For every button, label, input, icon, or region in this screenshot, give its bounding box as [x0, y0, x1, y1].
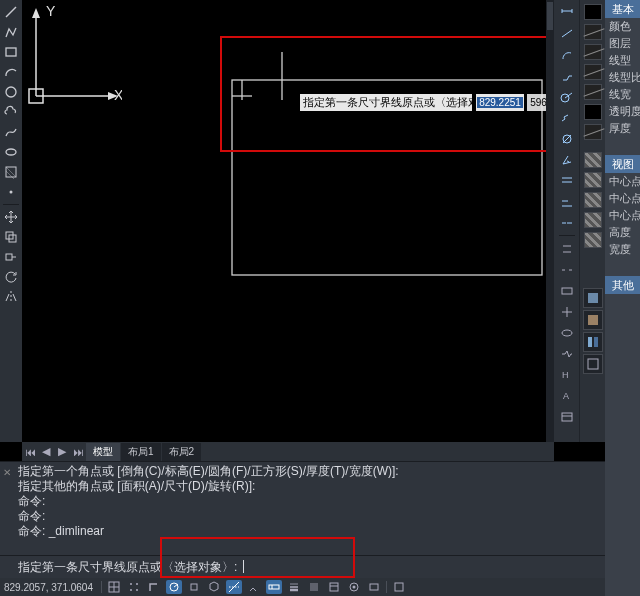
palette-a-icon[interactable] [583, 288, 603, 308]
tool-cloud[interactable] [2, 103, 20, 121]
status-snap-icon[interactable] [126, 580, 142, 594]
tool-dim-radius[interactable] [557, 87, 577, 106]
status-tpy-icon[interactable] [306, 580, 322, 594]
tool-dim-aligned[interactable] [557, 24, 577, 43]
status-otrack-icon[interactable] [226, 580, 242, 594]
view-w-swatch[interactable] [584, 232, 602, 248]
command-prompt: 指定第一条尺寸界线原点或〈选择对象〉: [18, 560, 237, 574]
svg-point-25 [130, 589, 132, 591]
status-lwt-icon[interactable] [286, 580, 302, 594]
tool-dim-ord[interactable] [557, 66, 577, 85]
thickness-swatch[interactable] [584, 124, 602, 140]
prop-layer[interactable]: 图层 [605, 35, 640, 52]
tool-hatch[interactable] [2, 163, 20, 181]
canvas-vscrollbar[interactable] [546, 0, 554, 442]
svg-line-5 [6, 171, 14, 179]
tool-arc[interactable] [2, 63, 20, 81]
view-cy-swatch[interactable] [584, 172, 602, 188]
layer-swatch[interactable] [584, 24, 602, 40]
tool-dim-space[interactable] [557, 239, 577, 258]
dynamic-input-x[interactable]: 829.2251 [476, 94, 524, 111]
tab-layout1[interactable]: 布局1 [121, 443, 161, 461]
tool-mirror[interactable] [2, 288, 20, 306]
prop-centerz[interactable]: 中心点 [605, 207, 640, 224]
tool-point[interactable] [2, 183, 20, 201]
tool-dim-angular[interactable] [557, 150, 577, 169]
status-qp-icon[interactable] [326, 580, 342, 594]
tool-dimstyle[interactable] [557, 407, 577, 426]
tool-dim-continue[interactable] [557, 213, 577, 232]
tool-dim-diameter[interactable] [557, 129, 577, 148]
status-model-icon[interactable] [366, 580, 382, 594]
transparency-swatch[interactable] [584, 104, 602, 120]
commandline-close-icon[interactable]: ✕ [3, 465, 11, 480]
properties-palette: 基本 颜色 图层 线型 线型比 线宽 透明度 厚度 视图 中心点 中心点 中心点… [605, 0, 640, 596]
status-osnap-icon[interactable] [186, 580, 202, 594]
tool-stretch[interactable] [2, 248, 20, 266]
tool-move[interactable] [2, 208, 20, 226]
prop-ltscale[interactable]: 线型比 [605, 69, 640, 86]
prop-linetype[interactable]: 线型 [605, 52, 640, 69]
tool-dim-linear[interactable] [557, 3, 577, 22]
view-cx-swatch[interactable] [584, 152, 602, 168]
svg-rect-71 [588, 315, 598, 325]
tool-dim-arc[interactable] [557, 45, 577, 64]
tool-circle[interactable] [2, 83, 20, 101]
tab-last-icon[interactable]: ⏭ [71, 445, 85, 459]
tool-spline[interactable] [2, 123, 20, 141]
tab-prev-icon[interactable]: ◀ [39, 445, 53, 459]
tab-layout2[interactable]: 布局2 [162, 443, 202, 461]
status-max-icon[interactable] [391, 580, 407, 594]
prop-width[interactable]: 宽度 [605, 241, 640, 258]
prop-header-other: 其他 [605, 276, 640, 294]
tab-next-icon[interactable]: ▶ [55, 445, 69, 459]
svg-rect-62 [562, 288, 572, 294]
tool-dim-jogline[interactable] [557, 344, 577, 363]
color-swatch-bylayer[interactable] [584, 4, 602, 20]
palette-c-icon[interactable] [583, 332, 603, 352]
ltscale-swatch[interactable] [584, 64, 602, 80]
prop-lineweight[interactable]: 线宽 [605, 86, 640, 103]
linetype-swatch[interactable] [584, 44, 602, 60]
prop-centerx[interactable]: 中心点 [605, 173, 640, 190]
svg-text:A: A [563, 391, 569, 401]
tool-dimedit[interactable]: H [557, 365, 577, 384]
drawing-canvas[interactable]: 指定第一条尺寸界线原点或〈选择对象〉 829.2251 596.6011 Y X [22, 0, 554, 442]
tab-first-icon[interactable]: ⏮ [23, 445, 37, 459]
tool-dimtedit[interactable]: A [557, 386, 577, 405]
svg-rect-1 [6, 48, 16, 56]
tool-polyline[interactable] [2, 23, 20, 41]
view-cz-swatch[interactable] [584, 192, 602, 208]
tool-centermark[interactable] [557, 302, 577, 321]
command-input-line[interactable]: 指定第一条尺寸界线原点或〈选择对象〉: [0, 555, 640, 578]
tool-dim-quick[interactable] [557, 171, 577, 190]
tool-inspect[interactable] [557, 323, 577, 342]
tool-copy[interactable] [2, 228, 20, 246]
status-3dosnap-icon[interactable] [206, 580, 222, 594]
prop-thickness[interactable]: 厚度 [605, 120, 640, 137]
view-h-swatch[interactable] [584, 212, 602, 228]
palette-b-icon[interactable] [583, 310, 603, 330]
tool-ellipse[interactable] [2, 143, 20, 161]
status-ortho-icon[interactable] [146, 580, 162, 594]
cmd-line: 命令: [18, 509, 636, 524]
tool-tolerance[interactable] [557, 281, 577, 300]
status-sc-icon[interactable] [346, 580, 362, 594]
palette-d-icon[interactable] [583, 354, 603, 374]
status-ducs-icon[interactable] [246, 580, 262, 594]
tab-model[interactable]: 模型 [86, 443, 120, 461]
prop-centery[interactable]: 中心点 [605, 190, 640, 207]
tool-rotate[interactable] [2, 268, 20, 286]
prop-transparency[interactable]: 透明度 [605, 103, 640, 120]
status-grid-icon[interactable] [106, 580, 122, 594]
status-dyn-icon[interactable] [266, 580, 282, 594]
prop-color[interactable]: 颜色 [605, 18, 640, 35]
tool-dim-jog[interactable] [557, 108, 577, 127]
prop-height[interactable]: 高度 [605, 224, 640, 241]
lineweight-swatch[interactable] [584, 84, 602, 100]
tool-rect[interactable] [2, 43, 20, 61]
tool-dim-break[interactable] [557, 260, 577, 279]
tool-dim-baseline[interactable] [557, 192, 577, 211]
status-polar-icon[interactable] [166, 580, 182, 594]
tool-line[interactable] [2, 3, 20, 21]
